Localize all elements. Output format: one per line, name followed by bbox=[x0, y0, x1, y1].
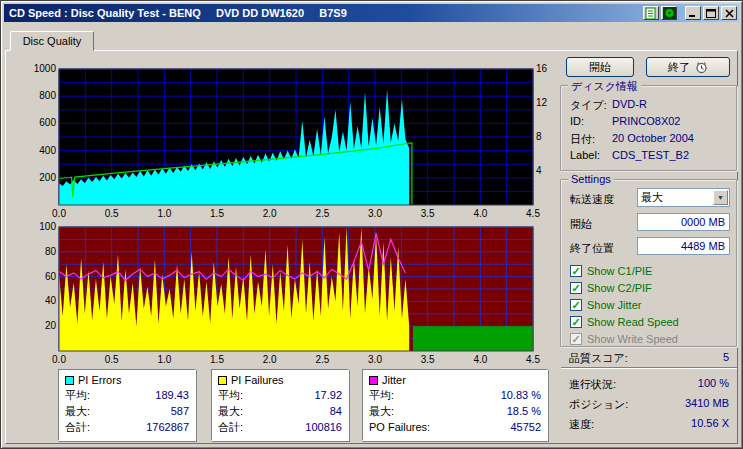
tab-disc-quality[interactable]: Disc Quality bbox=[10, 31, 94, 51]
svg-text:8: 8 bbox=[536, 131, 542, 142]
svg-text:1.0: 1.0 bbox=[157, 354, 171, 365]
transfer-speed-value: 最大 bbox=[638, 190, 713, 205]
stat-label: 合計: bbox=[218, 420, 243, 435]
cd-speed-window: CD Speed : Disc Quality Test - BENQ DVD … bbox=[0, 0, 743, 449]
pi-errors-chart: 0.00.51.01.52.02.53.03.54.04.52004006008… bbox=[11, 63, 559, 221]
svg-text:600: 600 bbox=[39, 117, 56, 128]
window-title: CD Speed : Disc Quality Test - BENQ DVD … bbox=[4, 7, 347, 19]
disc-info-group: ディスク情報 タイプ:DVD-R ID:PRINCO8X02 日付:20 Oct… bbox=[560, 85, 737, 171]
svg-text:4.5: 4.5 bbox=[526, 208, 540, 219]
svg-text:1.5: 1.5 bbox=[210, 354, 224, 365]
checkbox-icon: ✓ bbox=[570, 299, 582, 311]
end-position-input[interactable] bbox=[637, 237, 730, 255]
disc-info-label: Label: bbox=[570, 149, 612, 161]
checkbox-show-read-speed[interactable]: ✓ Show Read Speed bbox=[570, 315, 679, 329]
minimize-icon bbox=[688, 9, 698, 18]
checkbox-label: Show Read Speed bbox=[587, 316, 679, 328]
minimize-button[interactable] bbox=[685, 6, 701, 20]
svg-text:2.5: 2.5 bbox=[315, 354, 329, 365]
page-icon-glyph bbox=[645, 7, 657, 20]
svg-text:2.5: 2.5 bbox=[315, 208, 329, 219]
svg-text:2.0: 2.0 bbox=[263, 354, 277, 365]
svg-text:800: 800 bbox=[39, 90, 56, 101]
start-button-label: 開始 bbox=[589, 60, 611, 75]
svg-text:20: 20 bbox=[45, 320, 57, 331]
statbox-title: PI Errors bbox=[78, 374, 121, 386]
stat-value: 189.43 bbox=[155, 389, 189, 401]
pi-failures-swatch-icon bbox=[218, 376, 227, 385]
pi-failures-statbox: PI Failures 平均:17.92 最大:84 合計:100816 bbox=[211, 369, 349, 441]
svg-text:1.5: 1.5 bbox=[210, 208, 224, 219]
pi-errors-swatch-icon bbox=[65, 376, 74, 385]
checkbox-label: Show Write Speed bbox=[587, 333, 678, 345]
statbox-title: PI Failures bbox=[231, 374, 284, 386]
disc-icon-glyph bbox=[663, 7, 676, 19]
stat-label: 最大: bbox=[369, 404, 394, 419]
disc-info-value: PRINCO8X02 bbox=[612, 115, 731, 127]
start-button[interactable]: 開始 bbox=[566, 57, 634, 77]
stat-label: 最大: bbox=[65, 404, 90, 419]
exit-button[interactable]: 終了 bbox=[646, 57, 730, 77]
checkbox-show-jitter[interactable]: ✓ Show Jitter bbox=[570, 298, 641, 312]
stat-label: 平均: bbox=[369, 388, 394, 403]
disc-info-value: 20 October 2004 bbox=[612, 132, 731, 147]
stat-label: 平均: bbox=[65, 388, 90, 403]
statbox-title: Jitter bbox=[382, 374, 406, 386]
jitter-statbox: Jitter 平均:10.83 % 最大:18.5 % PO Failures:… bbox=[362, 369, 548, 441]
exit-button-label: 終了 bbox=[668, 60, 690, 75]
svg-text:100: 100 bbox=[39, 221, 56, 232]
svg-text:400: 400 bbox=[39, 145, 56, 156]
chevron-down-icon[interactable]: ▼ bbox=[713, 190, 728, 205]
disc-info-label: 日付: bbox=[570, 132, 612, 147]
svg-text:2.0: 2.0 bbox=[263, 208, 277, 219]
svg-text:1.0: 1.0 bbox=[157, 208, 171, 219]
checkbox-show-c2-pif[interactable]: ✓ Show C2/PIF bbox=[570, 281, 652, 295]
disc-info-value: DVD-R bbox=[612, 98, 731, 113]
checkbox-icon: ✓ bbox=[570, 333, 582, 345]
close-icon bbox=[725, 9, 734, 18]
svg-text:80: 80 bbox=[45, 246, 57, 257]
svg-text:3.0: 3.0 bbox=[368, 208, 382, 219]
titlebar: CD Speed : Disc Quality Test - BENQ DVD … bbox=[4, 4, 739, 22]
jitter-swatch-icon bbox=[369, 376, 378, 385]
svg-text:0.5: 0.5 bbox=[105, 208, 119, 219]
close-button[interactable] bbox=[721, 6, 737, 20]
checkbox-icon: ✓ bbox=[570, 265, 582, 277]
transfer-speed-label: 転送速度 bbox=[570, 192, 614, 207]
pi-failures-chart: 0.00.51.01.52.02.53.03.54.04.52040608010… bbox=[11, 221, 559, 367]
maximize-icon bbox=[706, 9, 716, 18]
start-position-label: 開始 bbox=[570, 217, 592, 232]
disc-info-label: ID: bbox=[570, 115, 612, 127]
svg-text:3.5: 3.5 bbox=[421, 208, 435, 219]
stat-value: 17.92 bbox=[314, 389, 342, 401]
checkbox-show-c1-pie[interactable]: ✓ Show C1/PIE bbox=[570, 264, 652, 278]
start-position-input[interactable] bbox=[637, 213, 730, 231]
transfer-speed-select[interactable]: 最大 ▼ bbox=[637, 188, 730, 207]
svg-text:60: 60 bbox=[45, 271, 57, 282]
disc-icon[interactable] bbox=[661, 6, 677, 20]
maximize-button[interactable] bbox=[703, 6, 719, 20]
checkbox-show-write-speed[interactable]: ✓ Show Write Speed bbox=[570, 332, 678, 346]
tab-label: Disc Quality bbox=[23, 35, 82, 47]
stat-value: 10.83 % bbox=[501, 389, 541, 401]
svg-text:4.5: 4.5 bbox=[526, 354, 540, 365]
checkbox-icon: ✓ bbox=[570, 282, 582, 294]
svg-text:4: 4 bbox=[536, 165, 542, 176]
svg-text:4.0: 4.0 bbox=[473, 354, 487, 365]
checkbox-label: Show Jitter bbox=[587, 299, 641, 311]
stat-value: 100816 bbox=[305, 421, 342, 433]
svg-text:200: 200 bbox=[39, 172, 56, 183]
end-position-label: 終了位置 bbox=[570, 241, 614, 256]
stat-label: 平均: bbox=[218, 388, 243, 403]
titlebar-controls bbox=[643, 6, 737, 20]
divider bbox=[561, 367, 737, 369]
svg-text:4.0: 4.0 bbox=[473, 208, 487, 219]
page-icon[interactable] bbox=[643, 6, 659, 20]
svg-text:16: 16 bbox=[536, 63, 548, 74]
stat-label: 合計: bbox=[65, 420, 90, 435]
checkbox-label: Show C2/PIF bbox=[587, 282, 652, 294]
svg-text:0.5: 0.5 bbox=[105, 354, 119, 365]
stat-label: PO Failures: bbox=[369, 421, 430, 433]
stat-value: 587 bbox=[171, 405, 189, 417]
stat-value: 18.5 % bbox=[507, 405, 541, 417]
